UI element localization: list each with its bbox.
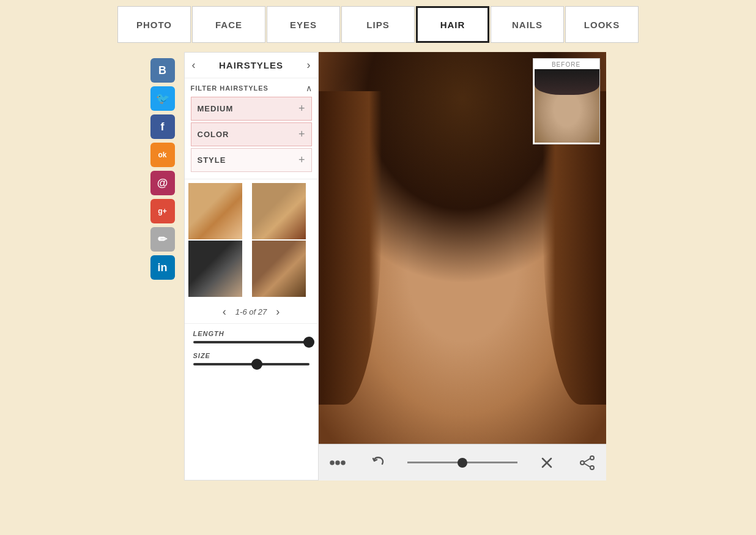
share-button[interactable] — [576, 452, 598, 474]
panel-title: HAIRSTYLES — [219, 60, 283, 70]
hairstyles-prev-button[interactable]: ‹ — [192, 59, 196, 72]
sliders-section: LENGTH SIZE — [185, 323, 318, 380]
size-slider-row: SIZE — [193, 352, 309, 365]
social-mail-button[interactable]: @ — [150, 171, 175, 195]
left-panel: ‹ HAIRSTYLES › FILTER HAIRSTYLES ∧ MEDIU… — [184, 52, 319, 481]
main-area: В 🐦 f ok @ g+ ✏ in ‹ HAIRSTYLES › FILTER… — [0, 43, 756, 490]
filter-color-add-icon[interactable]: + — [298, 128, 305, 141]
tab-eyes[interactable]: EYES — [267, 6, 340, 43]
hairstyle-item-3[interactable] — [188, 241, 242, 297]
svg-point-8 — [590, 456, 594, 460]
pagination-text: 1-6 of 27 — [235, 307, 267, 316]
social-sidebar: В 🐦 f ok @ g+ ✏ in — [150, 58, 175, 481]
opacity-slider[interactable] — [407, 462, 517, 463]
pagination-next-button[interactable]: › — [276, 305, 280, 318]
before-label: BEFORE — [535, 60, 598, 69]
tab-face[interactable]: FACE — [192, 6, 265, 43]
hair-side-left — [319, 91, 382, 405]
hairstyle-grid — [185, 179, 318, 301]
social-linkedin-button[interactable]: in — [150, 255, 175, 280]
clear-icon — [538, 454, 555, 471]
length-slider-thumb[interactable] — [303, 337, 314, 348]
tab-lips[interactable]: LIPS — [341, 6, 415, 43]
share-icon — [579, 454, 596, 471]
before-face-image — [535, 69, 599, 143]
svg-line-11 — [584, 458, 590, 462]
hairstyle-item-2[interactable] — [252, 183, 306, 239]
tab-nails[interactable]: NAILS — [491, 6, 564, 43]
social-ok-button[interactable]: ok — [150, 143, 175, 167]
opacity-slider-thumb[interactable] — [458, 458, 467, 468]
filter-medium-label: MEDIUM — [198, 104, 234, 113]
filter-medium[interactable]: MEDIUM + — [191, 97, 312, 121]
pagination-prev-button[interactable]: ‹ — [223, 305, 226, 318]
pagination: ‹ 1-6 of 27 › — [185, 301, 318, 323]
tab-hair[interactable]: HAIR — [416, 6, 489, 43]
before-hair — [535, 69, 599, 95]
filter-section: FILTER HAIRSTYLES ∧ MEDIUM + COLOR + STY… — [185, 78, 318, 179]
tab-looks[interactable]: LOOKS — [565, 6, 639, 43]
filter-style-label: STYLE — [198, 155, 226, 165]
panel-header: ‹ HAIRSTYLES › — [185, 53, 318, 78]
svg-point-10 — [590, 466, 594, 470]
filter-toggle-button[interactable]: ∧ — [306, 83, 312, 93]
image-area: BEFORE — [319, 52, 606, 444]
hairstyle-item-4[interactable] — [252, 241, 306, 297]
before-thumbnail: BEFORE — [533, 58, 600, 144]
right-panel: BEFORE — [319, 52, 606, 481]
size-label: SIZE — [193, 352, 309, 359]
filter-style-add-icon[interactable]: + — [298, 154, 305, 166]
social-facebook-button[interactable]: f — [150, 114, 175, 139]
social-vk-button[interactable]: В — [150, 58, 175, 83]
filter-medium-add-icon[interactable]: + — [298, 102, 305, 115]
size-slider-track — [193, 363, 309, 365]
tab-photo[interactable]: PHOTO — [117, 6, 191, 43]
filter-title: FILTER HAIRSTYLES — [191, 84, 269, 92]
social-pen-button[interactable]: ✏ — [150, 227, 175, 252]
hairstyle-item-1[interactable] — [188, 183, 242, 239]
svg-line-12 — [584, 463, 590, 467]
undo-icon — [369, 454, 387, 471]
options-button[interactable] — [327, 452, 349, 474]
svg-point-9 — [580, 461, 584, 465]
bottom-toolbar — [319, 444, 606, 481]
undo-button[interactable] — [367, 452, 389, 474]
length-label: LENGTH — [193, 330, 309, 337]
length-slider-track — [193, 341, 309, 343]
options-icon — [329, 454, 346, 471]
opacity-slider-track — [407, 462, 517, 463]
social-googleplus-button[interactable]: g+ — [150, 199, 175, 223]
size-slider-thumb[interactable] — [251, 359, 262, 370]
filter-color[interactable]: COLOR + — [191, 122, 312, 146]
filter-header: FILTER HAIRSTYLES ∧ — [191, 83, 312, 93]
clear-button[interactable] — [536, 452, 558, 474]
top-navigation: PHOTO FACE EYES LIPS HAIR NAILS LOOKS — [0, 0, 756, 43]
filter-style[interactable]: STYLE + — [191, 148, 312, 172]
social-twitter-button[interactable]: 🐦 — [150, 86, 175, 111]
hairstyles-next-button[interactable]: › — [306, 59, 310, 72]
length-slider-row: LENGTH — [193, 330, 309, 343]
filter-color-label: COLOR — [198, 130, 229, 139]
